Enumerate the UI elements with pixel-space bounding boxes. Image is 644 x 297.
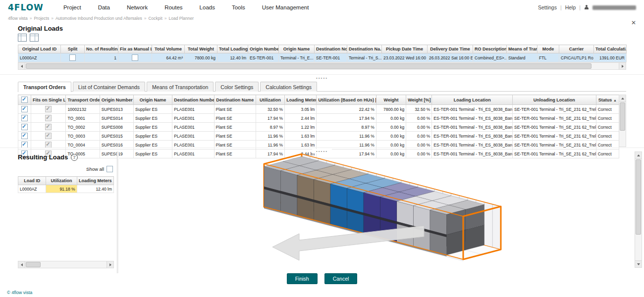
col-load-id[interactable]: Load ID [18, 177, 46, 185]
scroll-left-icon[interactable] [18, 63, 25, 69]
col-transport-order[interactable]: Transport Order [66, 95, 100, 105]
row-checkbox[interactable] [21, 133, 28, 139]
original-load-row[interactable]: L0000AZ 1 64.42 m³ 7800.00 kg 12.40 lm E… [18, 53, 627, 62]
col-no-resulting[interactable]: No. of Resultin... [85, 45, 118, 53]
col-weight[interactable]: Weight [376, 95, 406, 105]
info-icon[interactable]: i [71, 154, 78, 161]
close-icon[interactable]: ✕ [631, 20, 636, 26]
finish-button[interactable]: Finish [287, 273, 318, 284]
col-origin-number[interactable]: Origin Number [248, 45, 279, 53]
show-all-checkbox[interactable] [107, 166, 113, 172]
tab-color-settings[interactable]: Color Settings [215, 82, 259, 92]
col-origin-name[interactable]: Origin Name [279, 45, 315, 53]
scroll-down-icon[interactable] [635, 260, 642, 267]
breadcrumb-item[interactable]: Load Planner [169, 16, 194, 21]
breadcrumb-item[interactable]: Projects [34, 16, 49, 21]
nav-item-loads[interactable]: Loads [200, 4, 215, 10]
col-origin-name[interactable]: Origin Name [133, 95, 172, 105]
scroll-up-icon[interactable] [635, 152, 642, 159]
transport-order-row[interactable]: TO_0003 SUPES015 Supplier ES PLASE001 Pl… [18, 132, 619, 141]
scroll-right-icon[interactable] [619, 63, 626, 69]
cancel-button[interactable]: Cancel [324, 273, 358, 284]
help-link[interactable]: Help [565, 4, 576, 10]
split-checkbox[interactable] [69, 54, 76, 61]
col-carrier[interactable]: Carrier [559, 45, 594, 53]
scroll-thumb[interactable] [26, 262, 41, 267]
table-export-icon[interactable] [30, 34, 39, 42]
nav-item-network[interactable]: Network [127, 4, 148, 10]
scroll-right-icon[interactable] [107, 261, 113, 268]
settings-link[interactable]: Settings [538, 4, 557, 10]
col-status[interactable]: Status ▲ [596, 95, 619, 105]
scroll-thumb[interactable] [636, 159, 641, 235]
nav-item-routes[interactable]: Routes [164, 4, 182, 10]
nav-item-project[interactable]: Project [63, 4, 81, 10]
col-loading-meters[interactable]: Loading Meters [285, 95, 317, 105]
tab-calculation-settings[interactable]: Calculation Settings [260, 82, 317, 92]
row-checkbox[interactable] [21, 124, 28, 130]
col-mode[interactable]: Mode [537, 45, 559, 53]
user-name-redacted[interactable] [592, 5, 636, 10]
original-loads-hscrollbar[interactable] [18, 62, 626, 70]
cell-loading-location[interactable]: ES-TER-001 Terminal - Tri_ES_8038_Barcel… [432, 105, 513, 114]
nav-item-tools[interactable]: Tools [232, 4, 245, 10]
col-split[interactable]: Split [61, 45, 85, 53]
row-checkbox[interactable] [21, 115, 28, 121]
transport-orders-vscrollbar[interactable] [619, 95, 626, 147]
col-total-weight[interactable]: Total Weight [185, 45, 217, 53]
fix-manual-checkbox[interactable] [132, 54, 138, 61]
col-weight-pct[interactable]: Weight [%] [406, 95, 432, 105]
col-unloading-location[interactable]: Unloading Location [513, 95, 596, 105]
scroll-up-icon[interactable] [619, 95, 626, 102]
col-ro-description[interactable]: RO Description [473, 45, 507, 53]
table-view-icon[interactable] [18, 34, 27, 42]
col-utilization[interactable]: Utilization [46, 177, 77, 185]
horizontal-splitter[interactable]: ••••• [0, 72, 644, 77]
col-delivery[interactable]: Delivery Date Time [428, 45, 473, 53]
col-means[interactable]: Means of Trans... [507, 45, 537, 53]
col-destination-number[interactable]: Destination Number [172, 95, 214, 105]
col-utilization[interactable]: Utilization [256, 95, 284, 105]
transport-order-row[interactable]: 10002132 SUPES013 Supplier ES PLASE001 P… [18, 105, 619, 114]
cell-loading-location[interactable]: ES-TER-001 Terminal - Tri_ES_8038_Barcel… [432, 123, 513, 132]
col-destination-number[interactable]: Destination No... [315, 45, 347, 53]
cell-loading-location[interactable]: ES-TER-001 Terminal - Tri_ES_8038_Barcel… [432, 114, 513, 123]
col-total-calc[interactable]: Total Calculati... [594, 45, 627, 53]
col-total-volume[interactable]: Total Volume [152, 45, 185, 53]
cell-unloading-location[interactable]: SE-TER-001 Terminal - Tri_SE_231 62_Trel… [513, 114, 596, 123]
scroll-thumb[interactable] [620, 102, 625, 131]
vertical-splitter[interactable] [117, 151, 119, 273]
tab-means-of-transportation[interactable]: Means of Transportation [147, 82, 214, 92]
tab-transport-orders[interactable]: Transport Orders [18, 82, 71, 92]
tab-container-demands[interactable]: List of Container Demands [73, 82, 145, 92]
resulting-load-row[interactable]: L0000AZ 91.18 % 12.40 lm [18, 185, 114, 193]
col-origin-number[interactable]: Origin Number [100, 95, 133, 105]
load-3d-visualization[interactable] [121, 151, 624, 267]
cell-unloading-location[interactable]: SE-TER-001 Terminal - Tri_SE_231 62_Trel… [513, 123, 596, 132]
col-original-load-id[interactable]: Original Load ID [18, 45, 61, 53]
cell-loading-location[interactable]: ES-TER-001 Terminal - Tri_ES_8038_Barcel… [432, 132, 513, 141]
col-destination-name[interactable]: Destination Name [214, 95, 256, 105]
visualization-vscrollbar[interactable] [635, 151, 642, 268]
col-pickup[interactable]: Pickup Date Time [382, 45, 428, 53]
truck-load-3d-view[interactable] [121, 151, 624, 267]
select-all-checkbox[interactable] [21, 97, 28, 103]
col-fits-single-load[interactable]: Fits on Single Load [31, 95, 66, 105]
transport-order-row[interactable]: TO_0002 SUPES008 Supplier ES PLASE001 Pl… [18, 123, 619, 132]
cell-unloading-location[interactable]: SE-TER-001 Terminal - Tri_SE_231 62_Trel… [513, 105, 596, 114]
col-fix-manual[interactable]: Fix as Manual L... [118, 45, 152, 53]
scroll-left-icon[interactable] [18, 261, 25, 268]
nav-item-data[interactable]: Data [98, 4, 110, 10]
transport-order-row[interactable]: TO_0001 SUPES014 Supplier ES PLASE001 Pl… [18, 114, 619, 123]
breadcrumb-item[interactable]: Cockpit [148, 16, 162, 21]
col-total-loading[interactable]: Total Loading ... [217, 45, 248, 53]
col-destination-name[interactable]: Destination Na... [347, 45, 382, 53]
col-loading-location[interactable]: Loading Location [432, 95, 513, 105]
row-checkbox[interactable] [21, 106, 28, 112]
cell-unloading-location[interactable]: SE-TER-001 Terminal - Tri_SE_231 62_Trel… [513, 132, 596, 141]
scroll-thumb[interactable] [26, 63, 591, 69]
horizontal-splitter[interactable]: ••••• [0, 146, 644, 150]
nav-item-user-management[interactable]: User Management [262, 4, 309, 10]
breadcrumb-item[interactable]: 4flow vista [8, 16, 28, 21]
breadcrumb-item[interactable]: Automotive Inbound Production und Afters… [55, 16, 142, 21]
